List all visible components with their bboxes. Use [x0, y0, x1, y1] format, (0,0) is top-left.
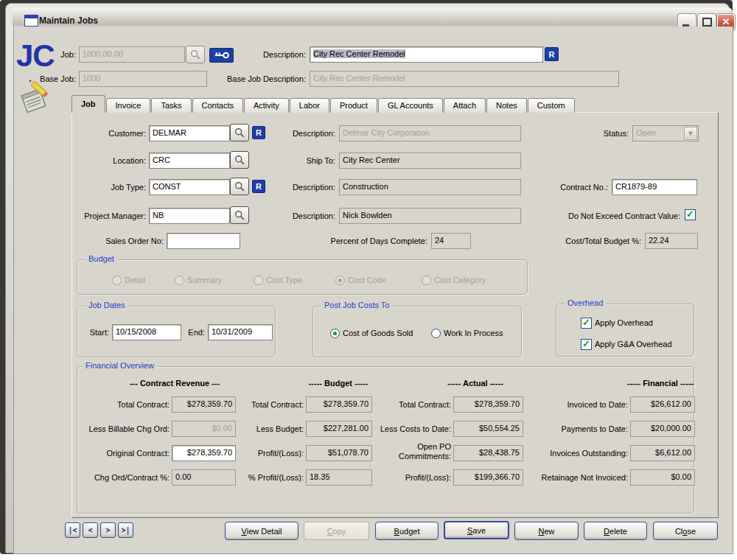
- work-in-process-radio[interactable]: [431, 329, 441, 338]
- new-button[interactable]: New: [514, 522, 579, 540]
- notepad-pencil-icon: [18, 80, 53, 118]
- close-window-button[interactable]: Close: [653, 522, 718, 540]
- window-icon: [24, 15, 38, 27]
- sales-order-no-field[interactable]: [167, 233, 240, 249]
- save-button[interactable]: Save: [444, 521, 509, 539]
- view-detail-button[interactable]: View Detail: [225, 522, 298, 540]
- chevron-down-icon: ▼: [684, 127, 697, 140]
- tab-activity[interactable]: Activity: [244, 98, 289, 113]
- ship-to-field: City Rec Center: [339, 153, 521, 169]
- budget-total-contract-label: Total Contract:: [237, 400, 304, 410]
- tab-product[interactable]: Product: [330, 98, 377, 113]
- less-budget-field: $227,281.00: [306, 421, 372, 437]
- work-in-process-label: Work In Process: [444, 329, 503, 337]
- overhead-group: [556, 304, 694, 357]
- retainage-not-invoiced-field: $0.00: [630, 469, 695, 486]
- contract-no-label: Contract No.:: [549, 183, 608, 192]
- budget-profit-loss-label: Profit/(Loss):: [237, 449, 304, 458]
- location-label: Location:: [88, 156, 146, 166]
- customer-description-field: Delmar City Corporation: [339, 125, 521, 141]
- payments-to-date-field: $20,000.00: [630, 421, 695, 437]
- magnifier-icon: [234, 154, 245, 166]
- status-value: Open: [636, 128, 656, 137]
- invoiced-to-date-label: Invoiced to Date:: [532, 400, 628, 410]
- next-record-button[interactable]: >: [100, 522, 116, 538]
- less-costs-to-date-field: $50,554.25: [453, 421, 523, 437]
- previous-record-button[interactable]: <: [83, 522, 98, 538]
- end-date-field[interactable]: 10/31/2009: [208, 324, 273, 340]
- pct-profit-loss-label: % Profit/(Loss):: [237, 473, 304, 483]
- delete-button[interactable]: Delete: [584, 522, 647, 540]
- description-r-button[interactable]: R: [545, 47, 559, 61]
- budget-total-contract-field: $278,359.70: [306, 396, 372, 413]
- tab-notes[interactable]: Notes: [486, 98, 527, 113]
- contract-no-field[interactable]: CR1879-89: [612, 179, 697, 195]
- apply-overhead-checkbox[interactable]: [581, 318, 592, 329]
- window-title: Maintain Jobs: [39, 15, 98, 26]
- apply-ga-overhead-checkbox[interactable]: [581, 339, 592, 350]
- budget-summary-label: Summary: [187, 276, 222, 284]
- less-budget-label: Less Budget:: [237, 424, 304, 434]
- do-not-exceed-label: Do Not Exceed Contract Value:: [556, 211, 680, 221]
- actual-total-contract-label: Total Contract:: [376, 400, 451, 410]
- invoiced-to-date-field: $26,612.00: [630, 396, 695, 413]
- customer-r-button[interactable]: R: [252, 126, 265, 139]
- tab-attach[interactable]: Attach: [444, 98, 486, 113]
- cost-total-budget-label: Cost/Total Budget %:: [545, 237, 641, 246]
- budget-cost-code-radio: [335, 276, 345, 285]
- customer-field[interactable]: DELMAR: [149, 125, 230, 141]
- job-type-field[interactable]: CONST: [149, 179, 230, 195]
- financial-overview-group-title: Financial Overview: [83, 361, 157, 370]
- tab-contacts[interactable]: Contacts: [192, 98, 243, 113]
- job-type-description-label: Description:: [280, 183, 335, 192]
- budget-cost-category-label: Cost Category: [434, 276, 486, 284]
- budget-column-header: ----- Budget -----: [294, 379, 383, 388]
- budget-summary-radio: [175, 276, 184, 285]
- financial-overview-group: [77, 366, 694, 514]
- selected-text: City Rec Center Remodel: [313, 49, 405, 58]
- payments-to-date-label: Payments to Date:: [532, 424, 628, 434]
- job-key-button[interactable]: [209, 48, 234, 63]
- tab-labor[interactable]: Labor: [290, 98, 329, 113]
- actual-column-header: ----- Actual -----: [431, 379, 520, 388]
- chg-ord-contract-pct-field: 0.00: [172, 469, 236, 486]
- customer-lookup-button[interactable]: [230, 124, 249, 141]
- job-dates-group-title: Job Dates: [85, 301, 128, 309]
- budget-button[interactable]: Budget: [375, 522, 439, 540]
- title-bar[interactable]: Maintain Jobs: [13, 7, 733, 27]
- post-job-costs-group-title: Post Job Costs To: [321, 301, 392, 309]
- budget-detail-radio: [112, 276, 122, 285]
- ship-to-label: Ship To:: [280, 156, 335, 166]
- first-record-button[interactable]: |<: [65, 522, 80, 538]
- budget-cost-category-radio: [422, 276, 431, 285]
- description-field[interactable]: City Rec Center Remodel: [310, 46, 543, 63]
- tab-tasks[interactable]: Tasks: [151, 98, 191, 113]
- tab-invoice[interactable]: Invoice: [106, 98, 151, 113]
- invoices-outstanding-label: Invoices Outstanding:: [532, 449, 628, 458]
- tab-strip: Job Invoice Tasks Contacts Activity Labo…: [71, 96, 576, 113]
- invoices-outstanding-field: $6,612.00: [630, 445, 695, 461]
- tab-gl-accounts[interactable]: GL Accounts: [378, 98, 443, 113]
- location-lookup-button[interactable]: [230, 151, 249, 169]
- status-label: Status:: [592, 129, 629, 139]
- tab-job[interactable]: Job: [71, 95, 105, 113]
- job-type-r-button[interactable]: R: [252, 180, 265, 193]
- less-billable-chg-ord-label: Less Billable Chg Ord:: [78, 424, 170, 434]
- cost-of-goods-sold-radio[interactable]: [330, 329, 340, 338]
- magnifier-icon: [234, 209, 245, 221]
- project-manager-field[interactable]: NB: [149, 208, 230, 224]
- project-manager-lookup-button[interactable]: [230, 206, 249, 224]
- end-date-label: End:: [183, 328, 205, 337]
- tab-custom[interactable]: Custom: [528, 98, 575, 113]
- magnifier-icon: [189, 49, 201, 60]
- last-record-button[interactable]: >|: [118, 522, 133, 538]
- original-contract-field[interactable]: $278,359.70: [172, 445, 236, 461]
- customer-description-label: Description:: [280, 129, 335, 139]
- budget-profit-loss-field: $51,078.70: [306, 445, 372, 461]
- location-field[interactable]: CRC: [149, 153, 230, 169]
- do-not-exceed-checkbox[interactable]: [685, 209, 696, 220]
- percent-days-complete-field: 24: [431, 233, 471, 249]
- retainage-not-invoiced-label: Retainage Not Invoiced:: [532, 473, 628, 483]
- start-date-field[interactable]: 10/15/2008: [112, 324, 181, 340]
- job-type-lookup-button[interactable]: [230, 178, 249, 195]
